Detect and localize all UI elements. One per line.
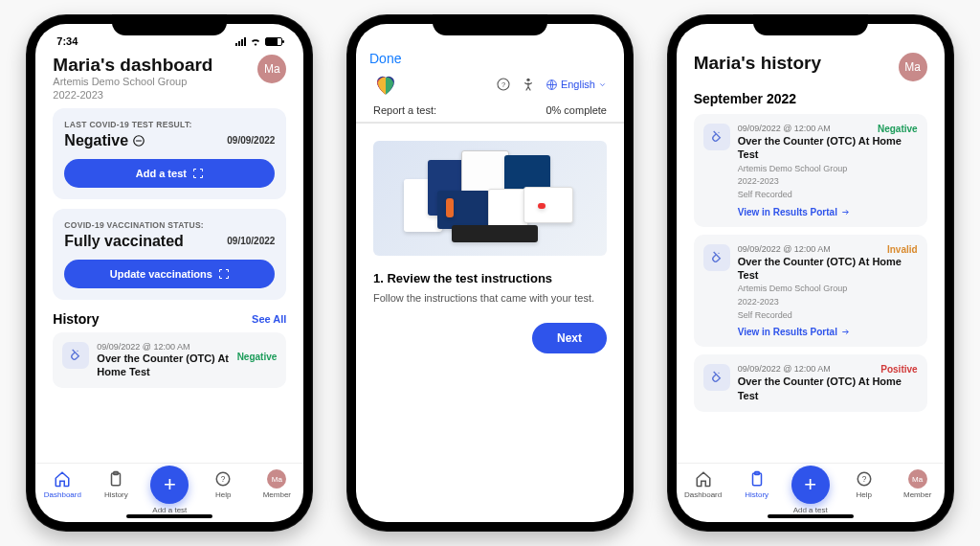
home-icon xyxy=(53,469,72,489)
test-result-card: LAST COVID-19 TEST RESULT: Negative 09/0… xyxy=(53,108,286,199)
svg-text:?: ? xyxy=(221,475,226,484)
clipboard-icon xyxy=(747,469,767,489)
history-item-sub: Self Recorded xyxy=(738,190,918,201)
clipboard-icon xyxy=(106,469,125,489)
step-title: 1. Review the test instructions xyxy=(356,256,624,291)
home-icon xyxy=(694,469,713,489)
tab-dashboard[interactable]: Dashboard xyxy=(39,469,85,499)
help-icon: ? xyxy=(213,469,233,489)
globe-icon xyxy=(546,79,558,91)
status-badge: Positive xyxy=(880,364,917,375)
status-badge: Invalid xyxy=(887,244,918,255)
tab-bar: Dashboard History + Add a test ? Help Ma… xyxy=(35,463,303,522)
tab-history[interactable]: History xyxy=(734,469,780,499)
see-all-link[interactable]: See All xyxy=(252,313,286,325)
page-title: Maria's dashboard xyxy=(53,55,212,76)
status-badge: Negative xyxy=(237,352,278,362)
vaccination-value: Fully vaccinated xyxy=(64,233,184,250)
month-heading: September 2022 xyxy=(694,91,927,106)
member-avatar-icon: Ma xyxy=(267,469,286,489)
status-icons xyxy=(235,37,282,46)
svg-point-11 xyxy=(718,132,719,133)
device-notch xyxy=(112,14,227,35)
history-item-date: 09/09/2022 @ 12:00 AM xyxy=(97,342,277,352)
scan-icon xyxy=(192,168,204,179)
tab-help[interactable]: ? Help xyxy=(200,469,246,499)
svg-text:?: ? xyxy=(861,475,866,484)
phone-report-test: Done ? English Report a test: 0% xyxy=(346,14,634,532)
svg-text:?: ? xyxy=(501,80,505,89)
avatar[interactable]: Ma xyxy=(257,55,286,83)
help-circle-icon[interactable]: ? xyxy=(496,77,511,92)
avatar[interactable]: Ma xyxy=(899,53,927,81)
history-item-sub: 2022-2023 xyxy=(738,176,918,188)
negative-icon xyxy=(132,134,145,148)
test-tube-icon xyxy=(703,244,730,271)
phone-dashboard: 7:34 Maria's dashboard Artemis Demo Scho… xyxy=(26,14,313,532)
test-tube-icon xyxy=(703,124,730,150)
progress-bar xyxy=(356,122,624,124)
tab-history[interactable]: History xyxy=(93,469,139,499)
add-test-button[interactable]: Add a test xyxy=(64,159,275,188)
scan-icon xyxy=(218,268,230,280)
app-logo-icon xyxy=(373,72,398,97)
wifi-icon xyxy=(250,37,261,46)
page-subtitle-1: Artemis Demo School Group xyxy=(53,76,212,89)
page-title: Maria's history xyxy=(694,53,821,74)
history-item-title: Over the Counter (OTC) At Home Test xyxy=(97,352,231,379)
vaccination-card: COVID-19 VACCINATION STATUS: Fully vacci… xyxy=(53,209,286,300)
battery-icon xyxy=(265,37,282,46)
history-item-sub: 2022-2023 xyxy=(738,297,918,308)
status-time: 7:34 xyxy=(56,35,78,47)
test-result-value: Negative xyxy=(64,132,145,149)
language-selector[interactable]: English xyxy=(546,79,607,91)
plus-icon: + xyxy=(150,466,189,504)
vaccination-date: 09/10/2022 xyxy=(227,236,275,246)
signal-icon xyxy=(235,37,246,46)
page-subtitle-2: 2022-2023 xyxy=(53,89,212,102)
accessibility-icon[interactable] xyxy=(521,77,536,92)
history-item[interactable]: 09/09/2022 @ 12:00 AM Over the Counter (… xyxy=(53,332,286,389)
update-vaccinations-button[interactable]: Update vaccinations xyxy=(64,260,275,288)
history-item[interactable]: 09/09/2022 @ 12:00 AM Positive Over the … xyxy=(694,354,927,412)
history-item-date: 09/09/2022 @ 12:00 AM xyxy=(738,364,831,374)
view-results-link[interactable]: View in Results Portal xyxy=(738,207,918,217)
svg-point-9 xyxy=(526,79,529,81)
chevron-down-icon xyxy=(598,80,607,89)
tab-member[interactable]: Ma Member xyxy=(895,469,941,499)
history-item[interactable]: 09/09/2022 @ 12:00 AM Negative Over the … xyxy=(694,114,927,227)
svg-point-13 xyxy=(718,373,719,374)
svg-point-12 xyxy=(718,252,719,253)
arrow-right-icon xyxy=(840,207,851,217)
next-button[interactable]: Next xyxy=(532,323,607,353)
history-item[interactable]: 09/09/2022 @ 12:00 AM Invalid Over the C… xyxy=(694,235,927,348)
history-item-sub: Artemis Demo School Group xyxy=(738,164,918,175)
home-indicator xyxy=(768,514,854,518)
test-result-label: LAST COVID-19 TEST RESULT: xyxy=(64,120,275,129)
history-item-date: 09/09/2022 @ 12:00 AM xyxy=(738,244,831,254)
tab-add-test[interactable]: + Add a test xyxy=(788,469,834,514)
test-tube-icon xyxy=(62,342,89,369)
history-item-sub: Artemis Demo School Group xyxy=(738,284,918,295)
device-notch xyxy=(753,14,868,35)
member-avatar-icon: Ma xyxy=(908,469,927,489)
done-button[interactable]: Done xyxy=(356,47,624,68)
vaccination-label: COVID-19 VACCINATION STATUS: xyxy=(64,220,275,230)
history-item-title: Over the Counter (OTC) At Home Test xyxy=(738,255,918,283)
tab-dashboard[interactable]: Dashboard xyxy=(680,469,726,499)
status-badge: Negative xyxy=(878,124,918,134)
svg-point-2 xyxy=(78,350,78,351)
tab-member[interactable]: Ma Member xyxy=(254,469,300,499)
progress-value: 0% complete xyxy=(546,104,607,116)
history-item-date: 09/09/2022 @ 12:00 AM xyxy=(738,124,831,133)
test-tube-icon xyxy=(703,364,730,391)
tab-bar: Dashboard History + Add a test ? Help Ma… xyxy=(677,463,945,522)
tab-help[interactable]: ? Help xyxy=(841,469,887,499)
home-indicator xyxy=(126,514,212,518)
view-results-link[interactable]: View in Results Portal xyxy=(738,327,918,337)
test-kits-image xyxy=(373,141,607,256)
device-notch xyxy=(433,14,547,35)
tab-add-test[interactable]: + Add a test xyxy=(146,469,192,514)
progress-label: Report a test: xyxy=(373,104,436,116)
history-item-title: Over the Counter (OTC) At Home Test xyxy=(738,134,918,162)
